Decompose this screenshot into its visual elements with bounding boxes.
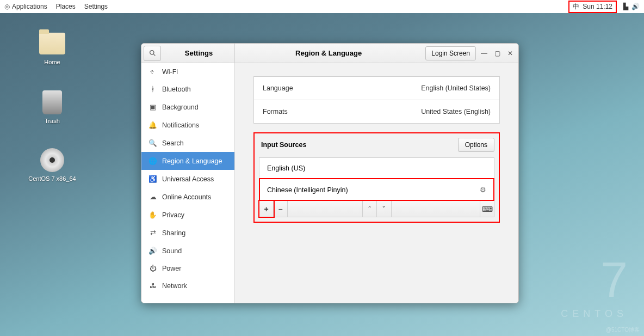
cloud-icon: ☁ [149,193,157,201]
sidebar-item-background[interactable]: ▣Background [141,98,234,116]
formats-value: United States (English) [421,108,491,115]
menu-places[interactable]: Places [56,3,76,10]
sidebar-item-sharing[interactable]: ⇄Sharing [141,224,234,242]
network-icon: 🖧 [149,282,157,290]
sidebar-item-wifi[interactable]: ᯤWi-Fi [141,63,234,81]
close-button[interactable]: ✕ [505,48,515,58]
search-button[interactable] [144,46,161,61]
disc-icon [40,148,64,172]
trash-icon [42,90,62,114]
sidebar-item-bluetooth[interactable]: ᚼBluetooth [141,81,234,98]
sidebar-item-privacy[interactable]: ✋Privacy [141,206,234,224]
settings-content: Language English (United States) Formats… [235,63,518,303]
bluetooth-icon: ᚼ [149,85,157,93]
desktop-icon-label: Home [30,59,74,65]
bell-icon: 🔔 [149,121,157,129]
move-down-button[interactable]: ˅ [377,201,391,217]
ime-indicator[interactable]: 中 [573,2,579,11]
desktop-icon-trash[interactable]: Trash [30,89,74,124]
input-sources-highlight: Input Sources Options English (US) Chine… [253,132,500,223]
svg-line-1 [153,54,155,56]
top-menu-bar: Applications Places Settings 中 Sun 11:12… [0,0,644,13]
volume-tray-icon[interactable]: 🔊 [631,3,640,10]
login-screen-button[interactable]: Login Screen [425,46,476,60]
input-source-label: Chinese (Intelligent Pinyin) [267,186,348,194]
svg-point-0 [150,51,153,54]
sidebar-item-region-language[interactable]: 🌐Region & Language [141,152,234,170]
ime-clock-highlight: 中 Sun 11:12 [568,1,617,13]
share-icon: ⇄ [149,229,157,237]
folder-icon [39,33,65,54]
wifi-icon: ᯤ [149,68,157,76]
network-tray-icon[interactable]: ▙ [623,3,628,10]
formats-row[interactable]: Formats United States (English) [254,100,499,123]
credit-text: @51CTO博客 [606,326,640,334]
search-icon [149,50,156,57]
formats-label: Formats [263,108,288,115]
settings-sidebar: ᯤWi-Fi ᚼBluetooth ▣Background 🔔Notificat… [141,63,235,303]
input-source-item[interactable]: Chinese (Intelligent Pinyin) ⚙ [259,179,494,200]
add-source-button[interactable]: + [259,201,274,217]
input-options-button[interactable]: Options [458,138,494,152]
language-value: English (United States) [421,84,491,92]
power-icon: ⏻ [149,265,157,272]
sidebar-item-search[interactable]: 🔍Search [141,134,234,152]
titlebar: Settings Region & Language Login Screen … [141,44,518,63]
language-formats-panel: Language English (United States) Formats… [253,76,500,124]
menu-settings[interactable]: Settings [84,3,108,10]
desktop-icon-label: Trash [30,118,74,124]
maximize-button[interactable]: ▢ [492,48,502,58]
language-row[interactable]: Language English (United States) [254,77,499,100]
input-source-label: English (US) [267,164,305,172]
desktop-icon-centos-disc[interactable]: CentOS 7 x86_64 [26,147,78,182]
sidebar-item-notifications[interactable]: 🔔Notifications [141,116,234,134]
sound-icon: 🔊 [149,247,157,255]
sidebar-item-universal-access[interactable]: ♿Universal Access [141,170,234,188]
remove-source-button[interactable]: − [274,201,288,217]
sidebar-item-network[interactable]: 🖧Network [141,277,234,295]
language-label: Language [263,84,293,92]
globe-icon: 🌐 [149,157,157,165]
input-sources-toolbar: + − ˄ ˅ ⌨ [259,201,494,217]
input-sources-list: English (US) Chinese (Intelligent Pinyin… [259,157,494,201]
sidebar-title: Settings [163,49,234,57]
search-icon: 🔍 [149,139,157,147]
privacy-icon: ✋ [149,211,157,219]
sidebar-item-sound[interactable]: 🔊Sound [141,242,234,260]
input-source-item[interactable]: English (US) [259,158,494,179]
gear-icon[interactable]: ⚙ [480,186,486,194]
window-title: Region & Language [235,49,422,57]
sidebar-item-power[interactable]: ⏻Power [141,260,234,277]
menu-applications[interactable]: Applications [4,3,47,10]
sidebar-item-online-accounts[interactable]: ☁Online Accounts [141,188,234,206]
background-icon: ▣ [149,103,157,111]
desktop-icon-home[interactable]: Home [30,30,74,65]
centos-watermark: 7 CENTOS [561,252,628,320]
clock[interactable]: Sun 11:12 [583,3,612,10]
move-up-button[interactable]: ˄ [363,201,377,217]
input-sources-header: Input Sources [259,141,306,149]
minimize-button[interactable]: — [479,48,489,58]
keyboard-layout-button[interactable]: ⌨ [480,201,494,217]
desktop-icon-label: CentOS 7 x86_64 [26,175,78,182]
accessibility-icon: ♿ [149,175,157,183]
settings-window: Settings Region & Language Login Screen … [141,43,519,303]
